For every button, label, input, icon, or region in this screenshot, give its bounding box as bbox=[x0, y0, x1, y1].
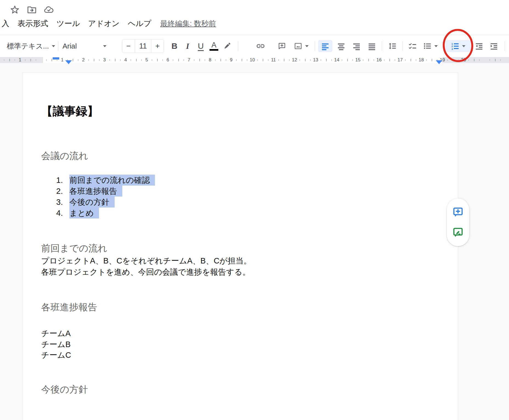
ruler[interactable]: 12345678910111213141516171819201 bbox=[0, 57, 509, 63]
heading-previous[interactable]: 前回までの流れ bbox=[41, 242, 107, 254]
highlight-button[interactable] bbox=[220, 40, 234, 52]
ruler-left-margin bbox=[0, 57, 43, 63]
ruler-number: 1 bbox=[19, 57, 21, 63]
move-folder-icon[interactable] bbox=[26, 4, 37, 15]
checklist-button[interactable] bbox=[405, 40, 420, 52]
last-edit-link[interactable]: 最終編集: 数秒前 bbox=[160, 19, 216, 29]
menubar: 入 表示形式 ツール アドオン ヘルプ 最終編集: 数秒前 bbox=[0, 18, 509, 30]
bullet-list-icon bbox=[423, 42, 432, 50]
increase-indent-icon bbox=[490, 42, 498, 50]
font-selector[interactable]: Arial bbox=[63, 40, 106, 52]
chevron-down-icon bbox=[434, 45, 438, 47]
link-icon bbox=[256, 41, 265, 51]
ruler-number: 17 bbox=[398, 57, 403, 63]
toolbar: 標準テキス... Arial − 11 + B I U A bbox=[0, 35, 509, 57]
heading-agenda[interactable]: 会議の流れ bbox=[41, 150, 88, 162]
chevron-down-icon bbox=[52, 45, 55, 47]
document-canvas: 【議事録】 会議の流れ 1. 前回までの流れの確認 2. 各班進捗報告 3. 今… bbox=[0, 63, 509, 420]
decrease-indent-button[interactable] bbox=[472, 40, 486, 52]
team-line: チームA bbox=[41, 328, 71, 339]
ruler-number: 15 bbox=[355, 57, 361, 63]
font-size-increase-button[interactable]: + bbox=[151, 39, 164, 53]
paragraph-previous[interactable]: プロジェクトA、B、CをそれぞれチームA、B、Cが担当。 各班プロジェクトを進め… bbox=[41, 255, 251, 277]
selected-text[interactable]: 前回までの流れの確認 bbox=[69, 175, 155, 186]
doc-title[interactable]: 【議事録】 bbox=[41, 104, 99, 118]
text-color-button[interactable]: A bbox=[207, 40, 220, 52]
insert-link-button[interactable] bbox=[254, 40, 267, 52]
document-page[interactable]: 【議事録】 会議の流れ 1. 前回までの流れの確認 2. 各班進捗報告 3. 今… bbox=[22, 73, 458, 420]
align-center-button[interactable] bbox=[334, 40, 348, 52]
font-selector-value: Arial bbox=[63, 42, 77, 50]
teams-list[interactable]: チームA チームB チームC bbox=[41, 328, 71, 361]
ruler-number: 7 bbox=[188, 57, 190, 63]
image-icon bbox=[294, 42, 302, 50]
suggest-edit-floating-button[interactable] bbox=[451, 226, 465, 239]
menu-help[interactable]: ヘルプ bbox=[128, 18, 151, 29]
checklist-icon bbox=[408, 42, 417, 50]
align-left-button[interactable] bbox=[318, 40, 332, 52]
chevron-down-icon bbox=[462, 45, 465, 47]
heading-progress[interactable]: 各班進捗報告 bbox=[41, 301, 97, 313]
left-indent-marker[interactable] bbox=[65, 60, 72, 64]
align-justify-button[interactable] bbox=[365, 40, 379, 52]
bold-button[interactable]: B bbox=[168, 40, 181, 52]
heading-policy[interactable]: 今後の方針 bbox=[41, 383, 88, 395]
text-color-swatch bbox=[210, 49, 218, 51]
numbered-list-button[interactable]: 123 bbox=[445, 40, 471, 52]
selected-text[interactable]: 今後の方針 bbox=[69, 197, 115, 208]
menu-addons[interactable]: アドオン bbox=[88, 18, 120, 29]
menu-tools[interactable]: ツール bbox=[56, 18, 80, 29]
first-line-indent-marker[interactable] bbox=[53, 57, 59, 59]
ruler-number: 3 bbox=[103, 57, 106, 63]
font-size-decrease-button[interactable]: − bbox=[122, 39, 135, 53]
ruler-number: 9 bbox=[230, 57, 232, 63]
align-center-icon bbox=[337, 42, 346, 50]
add-comment-floating-button[interactable] bbox=[451, 206, 465, 219]
right-indent-marker[interactable] bbox=[436, 60, 442, 64]
ruler-number: 11 bbox=[271, 57, 276, 63]
style-selector-value: 標準テキス... bbox=[7, 41, 49, 51]
style-selector[interactable]: 標準テキス... bbox=[7, 40, 56, 52]
team-line: チームB bbox=[41, 339, 71, 350]
align-right-icon bbox=[352, 42, 361, 50]
numbered-list-icon: 123 bbox=[451, 42, 459, 50]
ruler-number: 6 bbox=[166, 57, 169, 63]
chevron-down-icon bbox=[103, 45, 106, 47]
decrease-indent-icon bbox=[475, 42, 483, 50]
cloud-saved-icon[interactable] bbox=[43, 4, 54, 15]
ruler-number: 16 bbox=[377, 57, 382, 63]
add-comment-button[interactable] bbox=[275, 40, 289, 52]
menu-format[interactable]: 表示形式 bbox=[18, 18, 48, 29]
ruler-number: 1 bbox=[61, 57, 63, 63]
align-left-icon bbox=[321, 42, 330, 50]
underline-button[interactable]: U bbox=[194, 40, 207, 52]
font-size-stepper: − 11 + bbox=[122, 39, 164, 53]
insert-image-button[interactable] bbox=[291, 40, 311, 52]
italic-button[interactable]: I bbox=[181, 40, 194, 52]
highlighter-icon bbox=[223, 42, 231, 50]
ruler-number: 10 bbox=[250, 57, 255, 63]
ruler-number: 8 bbox=[209, 57, 211, 63]
increase-indent-button[interactable] bbox=[487, 40, 501, 52]
ruler-right-margin bbox=[442, 57, 509, 63]
bullet-list-button[interactable] bbox=[420, 40, 440, 52]
ruler-number: 18 bbox=[419, 57, 424, 63]
font-size-value[interactable]: 11 bbox=[135, 39, 151, 53]
ruler-number: 13 bbox=[313, 57, 318, 63]
suggest-edit-icon bbox=[452, 226, 464, 239]
selected-text[interactable]: 各班進捗報告 bbox=[69, 186, 122, 197]
team-line: チームC bbox=[41, 350, 71, 361]
align-justify-icon bbox=[367, 42, 376, 50]
svg-text:3: 3 bbox=[451, 47, 453, 50]
align-right-button[interactable] bbox=[349, 40, 364, 52]
add-comment-icon bbox=[452, 206, 464, 218]
chevron-down-icon bbox=[305, 45, 309, 47]
selected-text[interactable]: まとめ bbox=[69, 208, 99, 218]
side-action-pill bbox=[447, 198, 469, 246]
star-icon[interactable] bbox=[9, 4, 20, 15]
ruler-number: 20 bbox=[461, 57, 466, 63]
menu-insert-partial[interactable]: 入 bbox=[2, 18, 9, 29]
ruler-number: 12 bbox=[292, 57, 297, 63]
ruler-number: 14 bbox=[334, 57, 340, 63]
line-spacing-button[interactable] bbox=[385, 40, 399, 52]
